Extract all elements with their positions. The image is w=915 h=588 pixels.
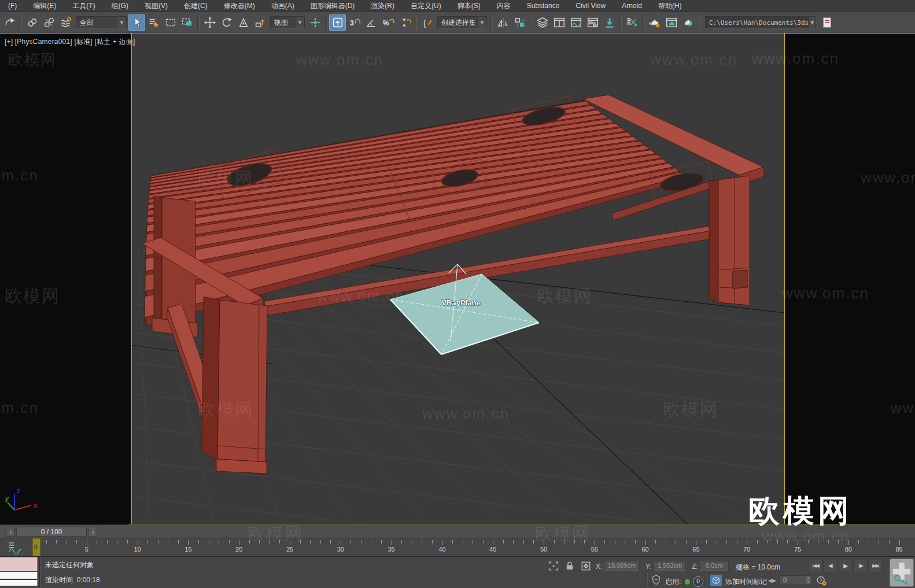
- camera-viewport[interactable]: VRayPlane [+] [PhysCamera001] [标准] [粘土 +…: [0, 33, 915, 524]
- time-slider-value[interactable]: 0 / 100: [16, 527, 87, 537]
- layer-manager-icon[interactable]: [534, 14, 551, 31]
- pivot-point-icon[interactable]: [252, 14, 268, 31]
- play-button[interactable]: ▶: [839, 560, 853, 572]
- undo-icon[interactable]: [1, 14, 18, 31]
- menu-item-2[interactable]: 工具(T): [64, 0, 103, 12]
- mini-curve-editor-icon[interactable]: [7, 541, 23, 554]
- z-coordinate-field[interactable]: 0.0cm: [700, 561, 729, 571]
- next-frame-button[interactable]: ||▶: [854, 560, 868, 572]
- viewport-label[interactable]: [+] [PhysCamera001] [标准] [粘土 + 边面]: [5, 37, 135, 47]
- mirror-icon[interactable]: [495, 14, 511, 31]
- absolute-mode-icon[interactable]: [581, 561, 591, 571]
- lock-selection-icon[interactable]: [565, 561, 575, 571]
- y-coordinate-field[interactable]: 1.953cm: [654, 561, 686, 571]
- reference-coordinate-dropdown[interactable]: 视图▼: [270, 16, 305, 29]
- rectangular-selection-icon[interactable]: [162, 14, 179, 31]
- select-move-icon[interactable]: [201, 14, 218, 31]
- link-icon[interactable]: [24, 14, 40, 31]
- key-time-icon[interactable]: [816, 575, 827, 586]
- x-coordinate-field[interactable]: 18.089cm: [604, 561, 640, 571]
- snap-toggle-3d-icon[interactable]: 3: [346, 14, 363, 31]
- drag-grip[interactable]: [1, 526, 4, 537]
- menu-item-9[interactable]: 渲染(R): [363, 0, 403, 12]
- schematic-view-icon[interactable]: [584, 14, 601, 31]
- next-frame-arrow[interactable]: ›: [88, 527, 97, 537]
- timeline-tick: [473, 540, 473, 543]
- isolate-selection-icon[interactable]: [623, 14, 640, 31]
- y-axis-line: [8, 502, 14, 510]
- timeline-tick-label: 75: [794, 546, 801, 553]
- previous-frame-arrow[interactable]: ‹: [6, 527, 15, 537]
- select-by-name-icon[interactable]: [145, 14, 162, 31]
- go-to-end-button[interactable]: ▶▶|: [869, 560, 883, 572]
- project-folder-field[interactable]: C:\Users\Han\Documents\3ds Max 2022▼: [705, 16, 816, 29]
- timeline-tick: [67, 540, 67, 543]
- timeline-tick: [188, 540, 189, 545]
- chevron-down-icon[interactable]: ▼: [477, 17, 486, 28]
- set-key-button[interactable]: [890, 559, 914, 587]
- menu-item-13[interactable]: Substance: [519, 0, 568, 12]
- timeline-tick: [452, 540, 453, 543]
- menu-item-11[interactable]: 脚本(S): [449, 0, 489, 12]
- menu-item-4[interactable]: 视图(V): [136, 0, 176, 12]
- menu-item-0[interactable]: (F): [0, 0, 25, 12]
- unlink-icon[interactable]: [40, 14, 57, 31]
- selection-filter-dropdown[interactable]: 全部▼: [76, 16, 127, 29]
- current-frame-marker[interactable]: 0: [32, 538, 40, 556]
- menu-item-16[interactable]: 帮助(H): [650, 0, 690, 12]
- time-configuration-shield-icon[interactable]: [651, 574, 661, 586]
- maxscript-mini-listener-white[interactable]: [0, 572, 38, 586]
- window-crossing-icon[interactable]: [179, 14, 195, 31]
- edit-named-sets-icon[interactable]: {: [419, 14, 436, 31]
- menu-item-7[interactable]: 动画(A): [263, 0, 302, 12]
- add-time-tag-text[interactable]: 添加时间标记: [725, 577, 767, 587]
- menu-item-14[interactable]: Civil View: [567, 0, 614, 12]
- select-and-place-icon[interactable]: [329, 14, 346, 31]
- timeline-tick-label: 70: [743, 546, 750, 553]
- named-selection-set-dropdown[interactable]: 创建选择集▼: [437, 16, 487, 29]
- go-to-start-button[interactable]: |◀◀: [809, 560, 822, 572]
- menu-item-12[interactable]: 内容: [489, 0, 519, 12]
- add-time-tag-cube-icon[interactable]: [710, 575, 722, 586]
- chevron-down-icon[interactable]: ▼: [809, 17, 816, 28]
- menu-item-10[interactable]: 自定义(U): [403, 0, 449, 12]
- maxscript-mini-listener-pink[interactable]: [0, 557, 38, 571]
- timeline-tick: [401, 540, 402, 543]
- menu-item-6[interactable]: 修改器(M): [216, 0, 263, 12]
- menu-item-8[interactable]: 图形编辑器(D): [302, 0, 363, 12]
- enable-status-dot: [685, 579, 690, 585]
- percent-snap-icon[interactable]: %: [379, 14, 396, 31]
- angle-snap-icon[interactable]: [363, 14, 379, 31]
- menu-item-15[interactable]: Arnold: [614, 0, 650, 12]
- timeline-tick-label: 5: [85, 546, 88, 553]
- rendered-frame-window-icon[interactable]: [663, 14, 680, 31]
- track-bar[interactable]: 0510152025303540455055606570758085 0: [0, 538, 915, 556]
- timeline-tick: [726, 540, 727, 543]
- notification-icon[interactable]: [818, 14, 835, 31]
- use-pivot-center-icon[interactable]: [307, 14, 323, 31]
- render-setup-icon[interactable]: [646, 14, 663, 31]
- material-editor-icon[interactable]: [601, 14, 618, 31]
- render-production-icon[interactable]: [680, 14, 696, 31]
- menu-item-5[interactable]: 创建(C): [176, 0, 216, 12]
- select-object-icon[interactable]: [128, 14, 145, 31]
- enable-count-badge[interactable]: 0: [693, 576, 703, 587]
- chevron-down-icon[interactable]: ▼: [295, 17, 304, 28]
- menu-item-3[interactable]: 组(G): [104, 0, 136, 12]
- previous-frame-button[interactable]: ◀||: [824, 560, 837, 572]
- timeline-tick: [147, 540, 148, 543]
- frame-number-spinner[interactable]: 0▲▼: [780, 575, 812, 585]
- frame-step-arrows[interactable]: ◀▶: [768, 578, 776, 583]
- menu-item-1[interactable]: 编辑(E): [25, 0, 64, 12]
- safe-frame-right-border: [784, 34, 785, 524]
- select-rotate-icon[interactable]: [218, 14, 235, 31]
- toggle-ribbon-icon[interactable]: [551, 14, 567, 31]
- toolbar-grip[interactable]: [698, 15, 702, 30]
- spinner-snap-icon[interactable]: [396, 14, 413, 31]
- selection-brackets-icon[interactable]: [548, 561, 559, 571]
- select-scale-icon[interactable]: [235, 14, 252, 31]
- chevron-down-icon[interactable]: ▼: [117, 17, 126, 28]
- align-icon[interactable]: [511, 14, 528, 31]
- curve-editor-icon[interactable]: [567, 14, 584, 31]
- bind-spacewarp-icon[interactable]: [57, 14, 74, 31]
